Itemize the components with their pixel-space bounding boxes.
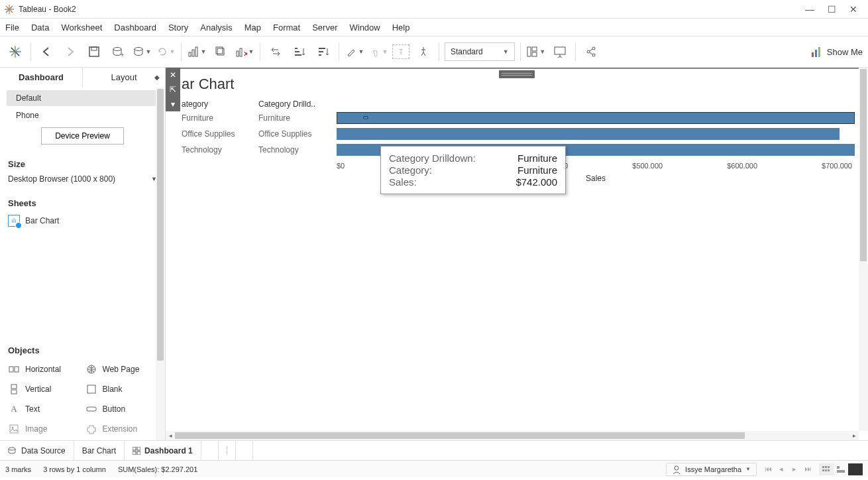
menu-worksheet[interactable]: Worksheet [61, 23, 102, 32]
new-worksheet-tab-button[interactable]: + [201, 441, 219, 460]
toolbar: + ▼ ▼ ▼ ✕▼ ▼ ▼ T Standard▼ ▼ Show Me [0, 36, 868, 68]
clear-sheet-button[interactable]: ✕▼ [235, 42, 254, 62]
object-button[interactable]: Button [85, 400, 158, 418]
save-button[interactable] [84, 42, 104, 62]
dashboard-icon [133, 447, 140, 455]
svg-rect-19 [240, 48, 242, 56]
vertical-scrollbar[interactable] [859, 68, 868, 431]
minimize-button[interactable]: — [805, 4, 814, 15]
duplicate-sheet-button[interactable] [211, 42, 231, 62]
tooltip: Category Drilldown:Furniture Category:Fu… [380, 146, 566, 194]
extension-icon [85, 423, 97, 435]
menu-file[interactable]: File [5, 23, 19, 32]
menu-server[interactable]: Server [312, 23, 337, 32]
object-vertical[interactable]: Vertical [8, 381, 80, 398]
back-button[interactable] [36, 42, 56, 62]
svg-rect-50 [137, 451, 140, 455]
canvas: ✕ ⇱ ▾ ar Chart ategory Category Drilld..… [166, 68, 868, 440]
remove-from-dashboard-button[interactable]: ✕ [166, 68, 180, 82]
tab-dashboard[interactable]: Dashboard [0, 68, 82, 88]
cards-button[interactable]: ▼ [526, 42, 546, 62]
tab-barchart[interactable]: Bar Chart [74, 441, 125, 460]
new-data-button[interactable]: + [108, 42, 128, 62]
refresh-button[interactable]: ▼ [156, 42, 176, 62]
new-worksheet-button[interactable]: ▼ [187, 42, 207, 62]
sheet-nav[interactable]: ⏮◂▸⏭ [762, 465, 814, 473]
menu-bar: File Data Worksheet Dashboard Story Anal… [0, 19, 868, 36]
tab-dashboard1[interactable]: Dashboard 1 [125, 441, 201, 460]
menu-help[interactable]: Help [392, 23, 410, 32]
svg-rect-22 [295, 51, 299, 52]
tab-layout[interactable]: Layout◆ [82, 68, 165, 88]
presentation-button[interactable] [550, 42, 570, 62]
object-blank[interactable]: Blank [85, 381, 158, 398]
share-button[interactable] [581, 42, 601, 62]
fit-dropdown[interactable]: Standard▼ [445, 42, 515, 61]
autosave-button[interactable]: ▼ [132, 42, 152, 62]
svg-rect-44 [10, 425, 18, 433]
sort-desc-button[interactable] [313, 42, 333, 62]
menu-data[interactable]: Data [31, 23, 49, 32]
menu-dashboard[interactable]: Dashboard [114, 23, 156, 32]
menu-window[interactable]: Window [349, 23, 380, 32]
object-image[interactable]: Image [8, 420, 80, 438]
menu-story[interactable]: Story [168, 23, 188, 32]
window-title: Tableau - Book2 [19, 5, 76, 14]
sheet-bar-chart[interactable]: ılı Bar Chart [0, 211, 165, 231]
object-text[interactable]: AText [8, 400, 80, 418]
forward-button[interactable] [60, 42, 80, 62]
svg-rect-65 [822, 469, 824, 471]
close-button[interactable]: ✕ [849, 4, 857, 15]
svg-rect-14 [192, 50, 194, 56]
new-story-tab-button[interactable]: + [236, 441, 253, 460]
tabs-icon[interactable] [834, 463, 848, 475]
user-menu[interactable]: Issye Margaretha ▼ [666, 463, 757, 476]
menu-analysis[interactable]: Analysis [200, 23, 232, 32]
device-preview-button[interactable]: Device Preview [41, 127, 124, 145]
more-options-button[interactable]: ▾ [166, 97, 180, 111]
device-default[interactable]: Default [7, 90, 158, 106]
size-heading: Size [0, 154, 165, 172]
maximize-button[interactable]: ☐ [828, 4, 836, 15]
new-dashboard-tab-button[interactable]: + [219, 441, 236, 460]
left-scrollbar[interactable] [156, 88, 165, 440]
svg-rect-66 [825, 469, 827, 471]
svg-point-61 [675, 466, 678, 470]
tab-data-source[interactable]: Data Source [0, 441, 74, 460]
highlight-button[interactable]: ▼ [345, 42, 364, 62]
svg-rect-69 [837, 466, 840, 469]
filmstrip-icon[interactable] [819, 463, 834, 475]
hide-icon[interactable] [848, 463, 863, 475]
object-webpage[interactable]: Web Page [85, 361, 158, 378]
device-phone[interactable]: Phone [7, 107, 158, 123]
attach-button[interactable]: ▼ [368, 42, 388, 62]
title-bar: Tableau - Book2 — ☐ ✕ [0, 0, 868, 19]
svg-rect-42 [87, 385, 95, 393]
object-horizontal[interactable]: Horizontal [8, 361, 80, 378]
tableau-start-icon[interactable] [5, 42, 25, 62]
object-extension[interactable]: Extension [85, 420, 158, 438]
view-mode[interactable] [819, 463, 863, 475]
svg-rect-36 [818, 47, 820, 57]
show-me-button[interactable]: Show Me [811, 46, 863, 58]
go-to-sheet-button[interactable]: ⇱ [166, 82, 180, 97]
menu-map[interactable]: Map [244, 23, 261, 32]
bar-row-office[interactable]: Office Supplies Office Supplies [180, 126, 855, 142]
text-box-button[interactable]: T [392, 44, 409, 59]
swap-axes-button[interactable] [266, 42, 286, 62]
svg-rect-68 [837, 470, 845, 473]
pin-button[interactable] [413, 42, 433, 62]
menu-format[interactable]: Format [273, 23, 300, 32]
sheets-heading: Sheets [0, 193, 165, 211]
svg-text:✕: ✕ [243, 50, 247, 58]
svg-point-33 [592, 54, 595, 56]
sort-asc-button[interactable] [290, 42, 309, 62]
sort-icon: ◆ [154, 74, 160, 81]
svg-rect-18 [237, 51, 239, 56]
vertical-icon [8, 383, 20, 395]
horizontal-scrollbar[interactable]: ◂▸ [166, 431, 859, 440]
bar-row-furniture[interactable]: Furniture Furniture ⬭ [180, 110, 855, 126]
svg-rect-8 [89, 47, 99, 56]
show-me-icon [811, 46, 823, 58]
size-dropdown[interactable]: Desktop Browser (1000 x 800)▼ [8, 174, 157, 184]
